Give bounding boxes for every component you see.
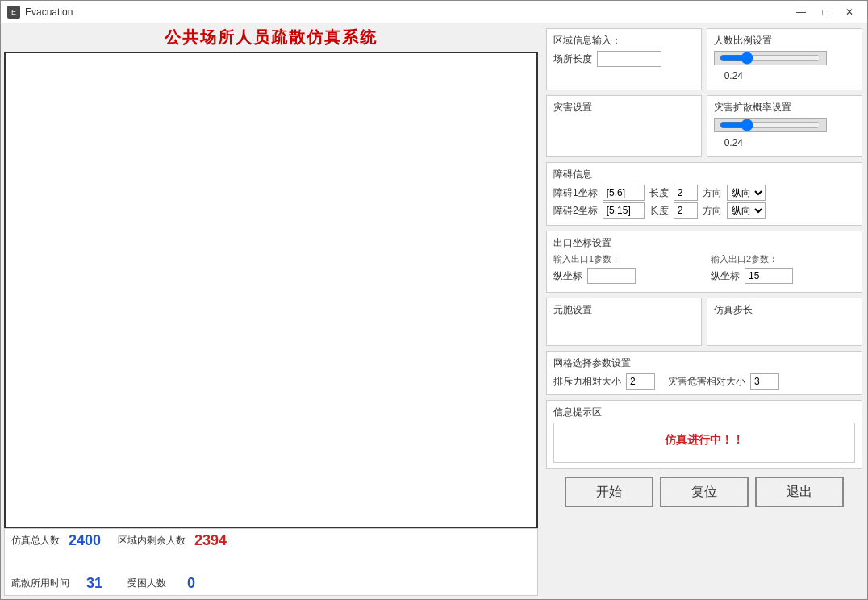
- population-ratio-section: 人数比例设置 0.24: [707, 28, 862, 90]
- population-slider-track: [714, 51, 827, 65]
- sim-title: 公共场所人员疏散仿真系统: [4, 27, 538, 48]
- grid-params-section: 网格选择参数设置 排斥力相对大小 灾害危害相对大小: [546, 351, 862, 395]
- disaster-title: 灾害设置: [553, 101, 695, 115]
- obstacle1-direction-label: 方向: [703, 186, 722, 200]
- left-panel: 公共场所人员疏散仿真系统 仿真总人数 2400 区域内剩余人数 2394 疏散所…: [1, 23, 541, 599]
- obstacle2-length-input[interactable]: [674, 202, 698, 219]
- stat-remaining: 区域内剩余人数 2394: [118, 532, 231, 549]
- titlebar: E Evacuation — □ ✕: [1, 1, 867, 23]
- exit1-y-input[interactable]: [587, 268, 636, 284]
- disaster-slider-value: 0.24: [714, 137, 743, 148]
- info-title: 信息提示区: [553, 406, 855, 419]
- window-title: Evacuation: [25, 6, 790, 18]
- venue-length-row: 场所长度: [553, 51, 695, 67]
- population-slider-row: 0.24: [714, 51, 855, 81]
- main-window: E Evacuation — □ ✕ 公共场所人员疏散仿真系统 仿真总人数 24…: [0, 0, 868, 600]
- obstacles-title: 障碍信息: [553, 168, 855, 181]
- right-panel: 区域信息输入： 场所长度 人数比例设置 0.24: [541, 23, 867, 599]
- cell-settings-title: 元胞设置: [553, 303, 695, 317]
- stat-total: 仿真总人数 2400: [11, 532, 105, 549]
- exit-coords-section: 出口坐标设置 输入出口1参数： 纵坐标 输入出口2参数： 纵坐标: [546, 231, 862, 293]
- trapped-value: 0: [171, 575, 211, 592]
- repulsion-label: 排斥力相对大小: [553, 375, 621, 389]
- action-buttons: 开始 复位 退出: [546, 473, 862, 510]
- obstacle2-direction-select[interactable]: 纵向 横向: [727, 202, 766, 219]
- remaining-value: 2394: [190, 532, 231, 549]
- maximize-button[interactable]: □: [814, 3, 837, 21]
- obstacle1-coord-input[interactable]: [603, 185, 645, 201]
- time-label: 疏散所用时间: [11, 577, 69, 590]
- sim-step-title: 仿真步长: [714, 303, 855, 317]
- population-slider[interactable]: [720, 52, 821, 65]
- obstacles-section: 障碍信息 障碍1坐标 长度 方向 纵向 横向 障碍2坐标 长度: [546, 162, 862, 226]
- exit2-sublabel: 纵坐标: [711, 269, 740, 283]
- stat-time: 疏散所用时间 31: [11, 575, 115, 592]
- cell-settings-section: 元胞设置: [546, 298, 702, 346]
- exit2-label: 输入出口2参数：: [711, 253, 855, 265]
- grid-params-title: 网格选择参数设置: [553, 356, 855, 370]
- disaster-slider-track: [714, 118, 827, 132]
- obstacle2-coord-input[interactable]: [603, 202, 645, 219]
- info-box: 仿真进行中！！: [553, 423, 855, 463]
- app-icon: E: [7, 6, 20, 19]
- exit2-col: 输入出口2参数： 纵坐标: [711, 253, 855, 287]
- obstacle1-row: 障碍1坐标 长度 方向 纵向 横向: [553, 185, 855, 201]
- time-value: 31: [74, 575, 115, 592]
- area-info-title: 区域信息输入：: [553, 34, 695, 48]
- sim-step-section: 仿真步长: [707, 298, 862, 346]
- obstacle1-label: 障碍1坐标: [553, 186, 598, 200]
- main-content: 公共场所人员疏散仿真系统 仿真总人数 2400 区域内剩余人数 2394 疏散所…: [1, 23, 867, 599]
- stat-trapped: 受困人数 0: [127, 575, 211, 592]
- start-button[interactable]: 开始: [565, 477, 653, 507]
- exit2-coord-row: 纵坐标: [711, 268, 855, 284]
- total-value: 2400: [65, 532, 105, 549]
- venue-length-input[interactable]: [597, 51, 661, 67]
- exit1-label: 输入出口1参数：: [553, 253, 698, 265]
- disaster-slider[interactable]: [720, 119, 821, 131]
- remaining-label: 区域内剩余人数: [118, 534, 186, 548]
- exit1-col: 输入出口1参数： 纵坐标: [553, 253, 698, 287]
- disaster-hazard-input[interactable]: [750, 373, 779, 390]
- stats-bar: 仿真总人数 2400 区域内剩余人数 2394 疏散所用时间 31 受困人数 0: [4, 528, 538, 596]
- exit-button[interactable]: 退出: [755, 477, 844, 507]
- disaster-slider-row: 0.24: [714, 118, 855, 148]
- obstacle2-length-label: 长度: [649, 204, 669, 218]
- simulation-canvas-wrapper: [4, 52, 538, 528]
- disaster-hazard-label: 灾害危害相对大小: [668, 375, 745, 389]
- area-info-section: 区域信息输入： 场所长度: [546, 28, 702, 90]
- window-controls: — □ ✕: [790, 3, 861, 21]
- exit1-coord-row: 纵坐标: [553, 268, 698, 284]
- reset-button[interactable]: 复位: [660, 477, 749, 507]
- obstacle2-row: 障碍2坐标 长度 方向 纵向 横向: [553, 202, 855, 219]
- population-slider-value: 0.24: [714, 70, 743, 81]
- close-button[interactable]: ✕: [838, 3, 861, 21]
- obstacle2-label: 障碍2坐标: [553, 204, 598, 218]
- disaster-spread-section: 灾害扩散概率设置 0.24: [707, 95, 862, 157]
- venue-length-label: 场所长度: [553, 52, 592, 66]
- total-label: 仿真总人数: [11, 534, 60, 548]
- obstacle1-direction-select[interactable]: 纵向 横向: [727, 185, 766, 201]
- repulsion-input[interactable]: [626, 373, 655, 390]
- exit1-sublabel: 纵坐标: [553, 269, 582, 283]
- exit-coords-title: 出口坐标设置: [553, 236, 855, 250]
- population-ratio-title: 人数比例设置: [714, 34, 855, 48]
- info-section: 信息提示区 仿真进行中！！: [546, 400, 862, 469]
- disaster-section: 灾害设置: [546, 95, 702, 157]
- obstacle2-direction-label: 方向: [703, 204, 722, 218]
- info-message: 仿真进行中！！: [559, 428, 849, 452]
- obstacle1-length-label: 长度: [649, 186, 669, 200]
- minimize-button[interactable]: —: [790, 3, 812, 21]
- exit2-y-input[interactable]: [745, 268, 793, 284]
- simulation-canvas: [6, 53, 538, 528]
- obstacle1-length-input[interactable]: [674, 185, 698, 201]
- trapped-label: 受困人数: [127, 577, 166, 590]
- disaster-spread-title: 灾害扩散概率设置: [714, 101, 855, 115]
